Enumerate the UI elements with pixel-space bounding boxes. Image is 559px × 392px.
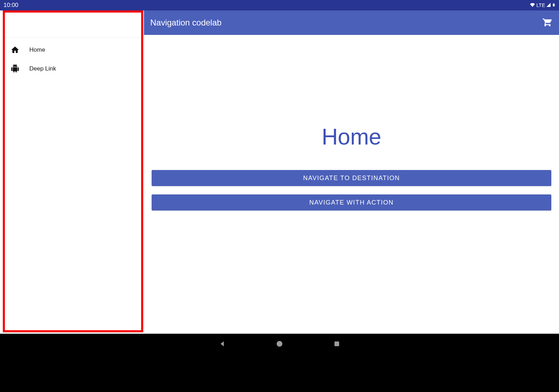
- status-right-cluster: LTE: [529, 2, 556, 9]
- app-title: Navigation codelab: [150, 18, 222, 28]
- main-content: Home NAVIGATE TO DESTINATION NAVIGATE WI…: [144, 35, 559, 334]
- svg-point-0: [277, 341, 283, 347]
- network-label: LTE: [536, 2, 545, 8]
- app-bar: Navigation codelab: [144, 10, 559, 35]
- back-button[interactable]: [218, 340, 226, 348]
- page-title: Home: [322, 124, 382, 150]
- drawer-item-label: Deep Link: [29, 65, 56, 72]
- svg-rect-1: [334, 341, 339, 346]
- recents-button[interactable]: [333, 340, 341, 348]
- android-icon: [10, 64, 20, 73]
- navigate-to-destination-button[interactable]: NAVIGATE TO DESTINATION: [152, 170, 551, 186]
- status-clock: 10:00: [3, 2, 19, 9]
- battery-icon: [552, 2, 556, 9]
- navigate-with-action-button[interactable]: NAVIGATE WITH ACTION: [152, 194, 551, 210]
- drawer-item-deep-link[interactable]: Deep Link: [5, 59, 141, 78]
- navigation-drawer: Home Deep Link: [3, 10, 143, 332]
- drawer-item-label: Home: [29, 46, 45, 53]
- status-bar: 10:00 LTE: [0, 0, 559, 10]
- cell-signal-icon: [546, 2, 551, 8]
- home-button[interactable]: [275, 340, 284, 348]
- system-nav-bar: [0, 334, 559, 354]
- drawer-item-home[interactable]: Home: [5, 40, 141, 59]
- home-icon: [10, 45, 20, 54]
- drawer-header: [5, 13, 141, 38]
- shopping-cart-icon[interactable]: [542, 17, 553, 29]
- wifi-icon: [529, 2, 536, 8]
